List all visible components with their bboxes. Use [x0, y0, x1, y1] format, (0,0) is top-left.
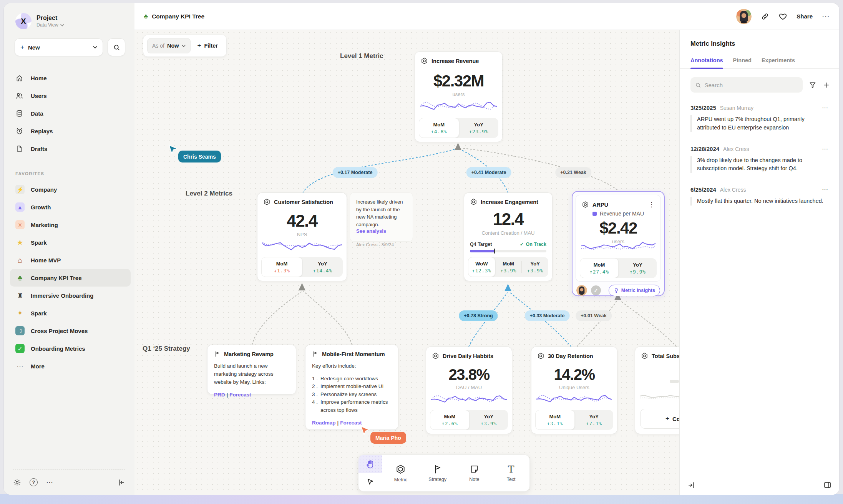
more-icon[interactable]: ⋯	[46, 478, 53, 487]
delta-mom[interactable]: MoM ↓1.3%	[261, 257, 302, 277]
avatar[interactable]	[736, 9, 752, 24]
metric-insights-label: Metric Insights	[621, 288, 655, 293]
canvas-note[interactable]: Increase likely driven by the launch of …	[350, 192, 413, 242]
sidebar-item-spark[interactable]: ★ Spark	[10, 234, 131, 251]
kpi-tree-canvas[interactable]: As of Now + Filter Level 1 Metric Level …	[134, 30, 679, 495]
delta-yoy[interactable]: YoY ↑23.9%	[459, 118, 499, 138]
edge-weight-pill[interactable]: +0.21 Weak	[555, 167, 591, 178]
tab-annotations[interactable]: Annotations	[690, 57, 723, 68]
sidebar-item-immersive-onboarding[interactable]: ♜ Immersive Onboarding	[10, 287, 131, 304]
metric-card-30-day-retention[interactable]: 30 Day Retention 14.2% Unique Users MoM …	[531, 346, 617, 434]
forecast-link[interactable]: Forecast	[340, 420, 362, 426]
sidebar-item-users[interactable]: Users	[15, 87, 129, 104]
share-button[interactable]: Share	[797, 13, 813, 20]
metric-card-increase-revenue[interactable]: Increase Revenue $2.32M users MoM ↑4.8% …	[415, 51, 503, 142]
sidebar-item-company[interactable]: ⚡ Company	[10, 181, 131, 198]
delta-mom[interactable]: MoM ↑27.4%	[580, 258, 619, 278]
sidebar-item-home[interactable]: Home	[15, 69, 129, 87]
connect-button[interactable]: + Connect	[640, 409, 679, 429]
annotation-menu-icon[interactable]: ⋯	[822, 104, 828, 111]
gear-icon[interactable]	[13, 478, 21, 486]
annotation-item[interactable]: 6/25/2024 Alex Cress ⋯ Mostly flat this …	[690, 186, 828, 206]
strategy-card-marketing-revamp[interactable]: Marketing Revamp Build and launch a new …	[207, 345, 296, 395]
annotation-menu-icon[interactable]: ⋯	[822, 186, 828, 193]
metric-card-customer-satisfaction[interactable]: Customer Satisfaction 42.4 NPS MoM ↓1.3%…	[257, 192, 347, 281]
delta-yoy[interactable]: YoY ↑14.4%	[302, 257, 343, 277]
search-button[interactable]	[108, 38, 125, 56]
sidebar-item-company-kpi-tree[interactable]: ♣ Company KPI Tree	[10, 269, 131, 287]
add-annotation-icon[interactable]	[823, 81, 830, 89]
toggle-sidebar-icon[interactable]	[823, 481, 831, 489]
sidebar-item-label: Home MVP	[31, 257, 61, 264]
delta-yoy[interactable]: YoY ↑7.1%	[575, 410, 614, 430]
metric-card-drive-daily-habbits[interactable]: Drive Daily Habbits 23.8% DAU / MAU MoM …	[426, 346, 512, 434]
strategy-card-mobile-first-momentum[interactable]: Mobile-First Momentum Key efforts includ…	[305, 345, 398, 430]
metric-card-total-subscriptions[interactable]: Total Subscriptions + Connect	[635, 346, 679, 434]
sidebar-item-label: Onboarding Metrics	[31, 345, 85, 352]
topbar-menu-icon[interactable]: ⋯	[822, 12, 830, 21]
sidebar-item-more[interactable]: ⋯ More	[10, 357, 131, 375]
expand-panel-icon[interactable]	[687, 481, 695, 489]
cursor-icon	[366, 478, 375, 486]
edge-weight-pill[interactable]: +0.17 Moderate	[333, 167, 378, 178]
delta-mom[interactable]: MoM ↑3.9%	[495, 257, 522, 277]
sidebar-item-data[interactable]: Data	[15, 104, 129, 122]
edge-weight-pill[interactable]: +0.01 Weak	[576, 310, 612, 321]
annotation-text: ARPU went up 7% throughout Q1, primarily…	[690, 115, 828, 132]
delta-yoy[interactable]: YoY ↑9.9%	[619, 258, 657, 278]
sidebar-item-drafts[interactable]: Drafts	[15, 140, 129, 158]
metric-insights-button[interactable]: Metric Insights	[609, 285, 660, 296]
see-analysis-link[interactable]: See analysis	[356, 228, 407, 234]
edge-weight-pill[interactable]: +0.78 Strong	[459, 310, 498, 321]
edge-weight-pill[interactable]: +0.41 Moderate	[466, 167, 511, 178]
tool-strategy[interactable]: Strategy	[419, 455, 456, 491]
new-button[interactable]: + New	[15, 38, 103, 56]
project-view-switcher[interactable]: Data View	[37, 22, 64, 28]
search-input[interactable]	[704, 82, 798, 88]
metric-insights-panel: Metric Insights Annotations Pinned Exper…	[679, 30, 839, 495]
sidebar-item-growth[interactable]: ▲ Growth	[10, 198, 131, 216]
delta-mom[interactable]: MoM ↑4.8%	[419, 118, 459, 138]
annotation-item[interactable]: 3/25/2025 Susan Murray ⋯ ARPU went up 7%…	[690, 104, 828, 132]
annotation-menu-icon[interactable]: ⋯	[822, 145, 828, 153]
project-header[interactable]: X Project Data View	[4, 3, 134, 29]
forecast-link[interactable]: Forecast	[229, 392, 251, 398]
kebab-menu-icon[interactable]: ⋮	[648, 201, 655, 209]
filter-button[interactable]: + Filter	[193, 42, 222, 50]
annotation-search[interactable]	[690, 77, 803, 93]
delta-mom[interactable]: MoM ↑2.6%	[430, 410, 470, 430]
pan-tool[interactable]	[358, 455, 382, 473]
sidebar-item-marketing[interactable]: ✳ Marketing	[10, 216, 131, 234]
delta-yoy[interactable]: YoY ↑3.9%	[522, 257, 548, 277]
heart-icon[interactable]	[778, 12, 787, 21]
link-icon[interactable]	[761, 12, 769, 21]
metric-card-arpu[interactable]: ARPU ⋮ Revenue per MAU $2.42 users MoM ↑…	[576, 195, 661, 282]
select-tool[interactable]	[358, 473, 382, 492]
edge-weight-pill[interactable]: +0.33 Moderate	[525, 310, 570, 321]
chevron-down-icon[interactable]	[93, 46, 97, 49]
annotation-item[interactable]: 12/28/2024 Alex Cress ⋯ 3% drop likely d…	[690, 145, 828, 173]
sidebar-item-onboarding-metrics[interactable]: ✓ Onboarding Metrics	[10, 340, 131, 357]
sidebar-item-spark-2[interactable]: ✦ Spark	[10, 304, 131, 322]
sidebar-item-home-mvp[interactable]: ⌂ Home MVP	[10, 251, 131, 269]
tool-metric[interactable]: Metric	[382, 455, 419, 491]
help-icon[interactable]: ?	[30, 478, 38, 486]
cursor-arrow-icon	[168, 144, 178, 154]
roadmap-link[interactable]: Roadmap	[312, 420, 336, 426]
delta-wow[interactable]: WoW ↑12.3%	[468, 257, 495, 277]
filter-funnel-icon[interactable]	[809, 81, 816, 89]
metric-card-increase-engagement[interactable]: Increase Engagement 12.4 Content Creatio…	[464, 192, 553, 281]
sidebar-item-replays[interactable]: Replays	[15, 122, 129, 140]
collapse-sidebar-icon[interactable]	[118, 479, 125, 486]
tool-note[interactable]: Note	[456, 455, 493, 491]
delta-mom[interactable]: MoM ↑3.1%	[535, 410, 575, 430]
delta-yoy[interactable]: YoY ↑3.9%	[470, 410, 508, 430]
annotation-author: Susan Murray	[720, 105, 753, 111]
tool-text[interactable]: T Text	[493, 455, 529, 491]
metric-card-arpu-selection[interactable]: ARPU ⋮ Revenue per MAU $2.42 users MoM ↑…	[572, 191, 665, 296]
prd-link[interactable]: PRD	[214, 392, 225, 398]
tab-pinned[interactable]: Pinned	[733, 57, 752, 68]
sidebar-item-cross-project-moves[interactable]: ☽ Cross Project Moves	[10, 322, 131, 340]
as-of-selector[interactable]: As of Now	[147, 38, 191, 53]
tab-experiments[interactable]: Experiments	[762, 57, 795, 68]
